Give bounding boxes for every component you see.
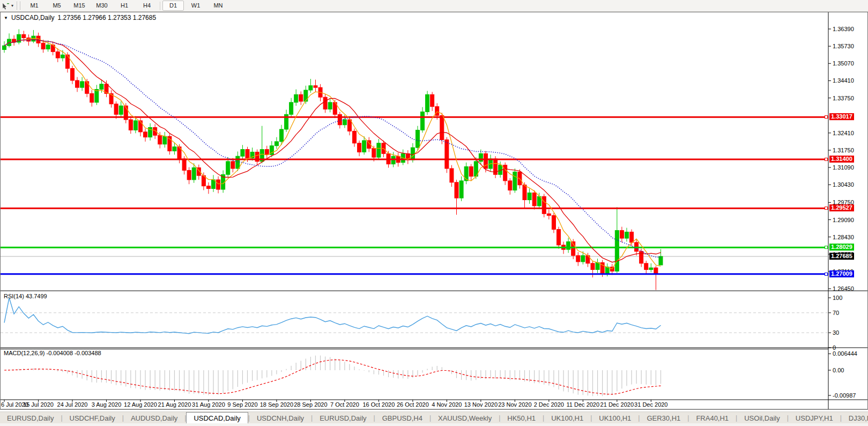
timeframe-button-m30[interactable]: M30	[91, 1, 113, 11]
symbol-tab-usoil-daily[interactable]: USOil,Daily	[737, 412, 787, 424]
timeframe-button-m5[interactable]: M5	[46, 1, 68, 11]
timeframe-buttons: M1M5M15M30H1H4D1W1MN	[23, 0, 229, 11]
symbol-tab-eurusd-daily[interactable]: EURUSD,Daily	[313, 412, 373, 424]
timeframe-button-h1[interactable]: H1	[114, 1, 135, 11]
symbol-tab-usdjpy-h1[interactable]: USDJPY,H1	[789, 412, 840, 424]
symbol-tab-hk50-h1[interactable]: HK50,H1	[500, 412, 543, 424]
timeframe-toolbar: ▾ M1M5M15M30H1H4D1W1MN	[0, 0, 868, 12]
symbol-tab-usdchf-daily[interactable]: USDCHF,Daily	[63, 412, 122, 424]
symbol-tab-eurusd-daily[interactable]: EURUSD,Daily	[0, 412, 61, 424]
symbol-tab-fra40-h1[interactable]: FRA40,H1	[689, 412, 736, 424]
timeframe-button-m15[interactable]: M15	[69, 1, 90, 11]
symbol-tab-xauusd-weekly[interactable]: XAUUSD,Weekly	[431, 412, 499, 424]
rsi-pane	[1, 298, 828, 334]
moving-average-lines	[4, 39, 661, 269]
macd-pane	[4, 356, 661, 396]
toolbar-grip[interactable]	[17, 2, 20, 10]
symbol-tab-uk100-h1[interactable]: UK100,H1	[592, 412, 638, 424]
cursor-dropdown-caret-icon[interactable]: ▾	[11, 3, 13, 8]
status-strip	[0, 423, 868, 426]
symbol-tab-usdcad-daily[interactable]: USDCAD,Daily	[186, 412, 248, 424]
symbol-tab-audusd-daily[interactable]: AUDUSD,Daily	[124, 412, 184, 424]
symbol-tab-ger30-h1[interactable]: GER30,H1	[640, 412, 687, 424]
mt4-application-window: ▾ M1M5M15M30H1H4D1W1MN ▼ USDCAD,Daily 1.…	[0, 0, 868, 426]
timeframe-button-d1[interactable]: D1	[162, 1, 184, 11]
symbol-tab-dj30-daily[interactable]: DJ30,Daily	[842, 412, 868, 424]
symbol-tab-uk100-h1[interactable]: UK100,H1	[544, 412, 590, 424]
cursor-tool-group: ▾	[0, 0, 15, 11]
timeframe-button-h4[interactable]: H4	[136, 1, 158, 11]
timeframe-button-mn[interactable]: MN	[207, 1, 229, 11]
timeframe-button-m1[interactable]: M1	[24, 1, 45, 11]
toolbar-separator	[160, 2, 160, 10]
chart-tab-bar: EURUSD,Daily|USDCHF,Daily|AUDUSD,Daily|U…	[0, 412, 868, 424]
chart-canvas[interactable]	[0, 12, 868, 410]
cursor-tool-icon[interactable]	[2, 2, 10, 10]
symbol-tab-usdcnh-daily[interactable]: USDCNH,Daily	[250, 412, 311, 424]
timeframe-button-w1[interactable]: W1	[185, 1, 206, 11]
horizontal-level-lines[interactable]	[1, 117, 828, 274]
symbol-tab-gbpusd-h4[interactable]: GBPUSD,H4	[375, 412, 429, 424]
